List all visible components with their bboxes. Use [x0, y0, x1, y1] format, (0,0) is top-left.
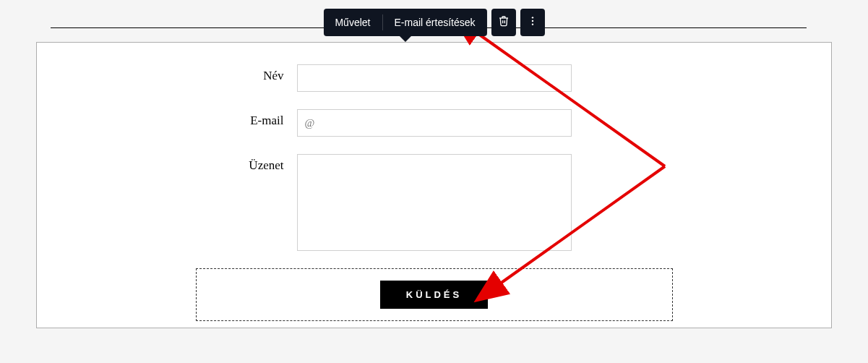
svg-point-2 — [531, 23, 533, 25]
form-row-email: E-mail — [37, 109, 831, 137]
svg-point-1 — [531, 20, 533, 22]
name-label: Név — [167, 64, 297, 83]
name-input[interactable] — [297, 64, 572, 92]
more-menu-button[interactable] — [520, 9, 545, 36]
form-row-message: Üzenet — [37, 154, 831, 251]
message-textarea[interactable] — [297, 154, 572, 251]
editor-toolbar: Művelet E-mail értesítések — [323, 9, 544, 36]
dots-vertical-icon — [527, 15, 538, 30]
submit-row-selected[interactable]: KÜLDÉS — [196, 268, 673, 321]
form-row-name: Név — [37, 64, 831, 92]
email-label: E-mail — [167, 109, 297, 128]
email-input[interactable] — [297, 109, 572, 137]
delete-button[interactable] — [491, 9, 516, 36]
tab-action[interactable]: Művelet — [323, 9, 382, 36]
form-container: Név E-mail Üzenet KÜLDÉS — [36, 42, 832, 328]
form-body: Név E-mail Üzenet KÜLDÉS — [37, 43, 831, 321]
toolbar-main-group: Művelet E-mail értesítések — [323, 9, 486, 36]
trash-icon — [498, 15, 510, 30]
message-label: Üzenet — [167, 154, 297, 173]
svg-point-0 — [531, 17, 533, 18]
submit-button[interactable]: KÜLDÉS — [380, 281, 488, 309]
tab-email-notifications[interactable]: E-mail értesítések — [382, 9, 486, 36]
